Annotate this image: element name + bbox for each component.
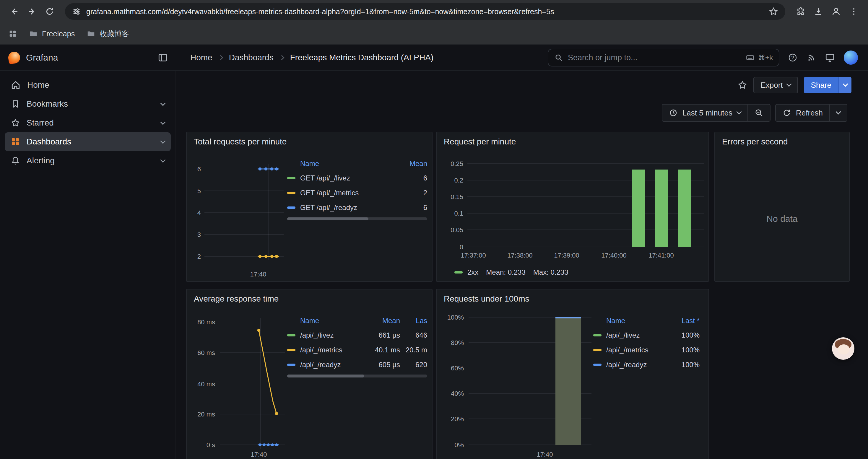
series-name[interactable]: 2xx: [467, 268, 478, 276]
home-icon: [11, 80, 21, 90]
series-swatch: [593, 349, 601, 351]
chevron-down-icon[interactable]: [160, 100, 165, 106]
legend-row[interactable]: /api/_/readyz 605 µs 620: [287, 357, 427, 372]
sidebar-item-bookmarks[interactable]: Bookmarks: [5, 95, 171, 113]
chevron-down-icon[interactable]: [160, 119, 165, 125]
y-tick: 20%: [438, 415, 464, 423]
search-icon: [554, 53, 563, 62]
legend-scrollbar[interactable]: [287, 218, 427, 220]
export-button[interactable]: Export: [753, 77, 798, 93]
legend-col-mean[interactable]: Mean: [362, 317, 400, 325]
x-tick: 17:38:00: [507, 252, 533, 259]
legend-col-mean[interactable]: Mean: [409, 160, 427, 168]
x-tick: 17:37:00: [461, 252, 486, 259]
legend-row[interactable]: /api/_/metrics 100%: [593, 342, 700, 357]
forward-button[interactable]: [24, 3, 40, 20]
series-max: Max: 0.233: [533, 268, 568, 276]
bookmark-star-icon[interactable]: [769, 7, 778, 16]
browser-menu-icon[interactable]: [845, 3, 862, 20]
search-input[interactable]: Search or jump to... ⌘+k: [548, 49, 779, 66]
y-tick: 2: [188, 253, 201, 261]
legend-row[interactable]: /api/_/livez 100%: [593, 328, 700, 342]
y-tick: 0.15: [439, 193, 463, 201]
percent-bar: [555, 317, 581, 445]
assistant-avatar[interactable]: [832, 337, 855, 360]
legend-col-last[interactable]: Las: [400, 317, 427, 325]
grafana-logo[interactable]: [7, 51, 21, 64]
y-tick: 0%: [438, 441, 464, 449]
sidebar-toggle-icon[interactable]: [158, 53, 168, 63]
y-tick: 0.05: [439, 226, 463, 234]
avatar-art: [838, 345, 850, 355]
y-tick: 60%: [438, 364, 464, 372]
zoom-out-button[interactable]: [748, 104, 771, 122]
sidebar-item-dashboards[interactable]: Dashboards: [5, 132, 171, 151]
x-tick: 17:40: [536, 451, 553, 458]
legend-scrollbar[interactable]: [287, 374, 427, 378]
help-icon[interactable]: ?: [788, 53, 798, 63]
legend-row[interactable]: GET /api/_/metrics 2: [287, 186, 427, 200]
legend-table: Name Mean Las /api/_/livez 661 µs 646 /a…: [287, 314, 427, 372]
panel-errors-per-second: Errors per second No data: [714, 132, 850, 282]
y-tick: 5: [188, 187, 201, 195]
reload-button[interactable]: [41, 3, 58, 20]
sidebar-item-label: Alerting: [27, 156, 55, 165]
refresh-button[interactable]: Refresh: [775, 104, 830, 122]
back-button[interactable]: [6, 3, 23, 20]
legend-row[interactable]: /api/_/metrics 40.1 ms 20.5 m: [287, 342, 427, 357]
user-avatar[interactable]: [844, 51, 858, 65]
legend-row[interactable]: GET /api/_/readyz 6: [287, 200, 427, 215]
profile-icon[interactable]: [828, 3, 844, 20]
y-tick: 0.2: [439, 177, 463, 184]
share-caret-button[interactable]: [838, 77, 851, 93]
legend-col-name[interactable]: Name: [300, 160, 319, 168]
extensions-icon[interactable]: [793, 3, 809, 20]
chevron-down-icon[interactable]: [160, 138, 165, 143]
svg-text:?: ?: [791, 55, 794, 61]
series-swatch: [287, 206, 296, 209]
search-placeholder: Search or jump to...: [568, 53, 638, 62]
series-swatch: [287, 177, 296, 179]
y-tick: 20 ms: [188, 411, 215, 418]
legend-row[interactable]: GET /api/_/livez 6: [287, 171, 427, 186]
brand-name: Grafana: [26, 53, 152, 63]
legend-col-name[interactable]: Name: [300, 317, 319, 325]
sidebar-item-starred[interactable]: Starred: [5, 113, 171, 132]
legend: 2xx Mean: 0.233 Max: 0.233: [454, 268, 568, 276]
x-tick: 17:41:00: [649, 252, 674, 259]
sidebar-item-label: Starred: [27, 118, 54, 128]
panel-avg-response-time: Average response time 80 ms 60 ms 40 ms …: [186, 289, 433, 459]
panel-request-per-minute: Request per minute 0.25 0.2 0.15 0.1 0.0…: [436, 132, 709, 282]
apps-grid-icon[interactable]: [8, 29, 17, 38]
legend-row[interactable]: /api/_/livez 661 µs 646: [287, 328, 427, 342]
site-info-icon[interactable]: [72, 7, 81, 16]
shortcut-badge: ⌘+k: [746, 53, 773, 62]
chevron-down-icon[interactable]: [160, 157, 165, 162]
share-split-button: Share: [804, 77, 851, 93]
panel-title[interactable]: Errors per second: [722, 137, 788, 146]
address-bar[interactable]: grafana.mathmast.com/d/deytv4rwavabkb/fr…: [65, 3, 785, 20]
legend-row[interactable]: /api/_/readyz 100%: [593, 357, 700, 372]
share-button[interactable]: Share: [804, 77, 838, 93]
bookmark-folder-blogs[interactable]: 收藏博客: [87, 29, 129, 39]
y-tick: 0.1: [439, 210, 463, 218]
y-tick: 40%: [438, 390, 464, 398]
time-range-picker[interactable]: Last 5 minutes: [662, 104, 748, 122]
favorite-star-icon[interactable]: [737, 80, 747, 90]
news-rss-icon[interactable]: [807, 53, 816, 62]
legend-col-name[interactable]: Name: [606, 317, 625, 325]
bookmark-folder-freeleaps[interactable]: Freeleaps: [29, 29, 75, 38]
y-tick: 80 ms: [188, 319, 215, 326]
downloads-icon[interactable]: [810, 3, 827, 20]
url-text[interactable]: grafana.mathmast.com/d/deytv4rwavabkb/fr…: [86, 7, 764, 16]
refresh-interval-caret[interactable]: [830, 104, 847, 122]
breadcrumb-dashboards[interactable]: Dashboards: [229, 53, 274, 62]
sidebar-item-home[interactable]: Home: [5, 76, 171, 95]
breadcrumb-home[interactable]: Home: [190, 53, 212, 62]
sidebar-item-alerting[interactable]: Alerting: [5, 151, 171, 170]
breadcrumb-separator-icon: [218, 55, 223, 60]
header-icons: ?: [779, 51, 868, 65]
screen-monitor-icon[interactable]: [825, 53, 835, 63]
y-tick: 0.25: [439, 160, 463, 168]
legend-col-last[interactable]: Last *: [682, 317, 700, 325]
